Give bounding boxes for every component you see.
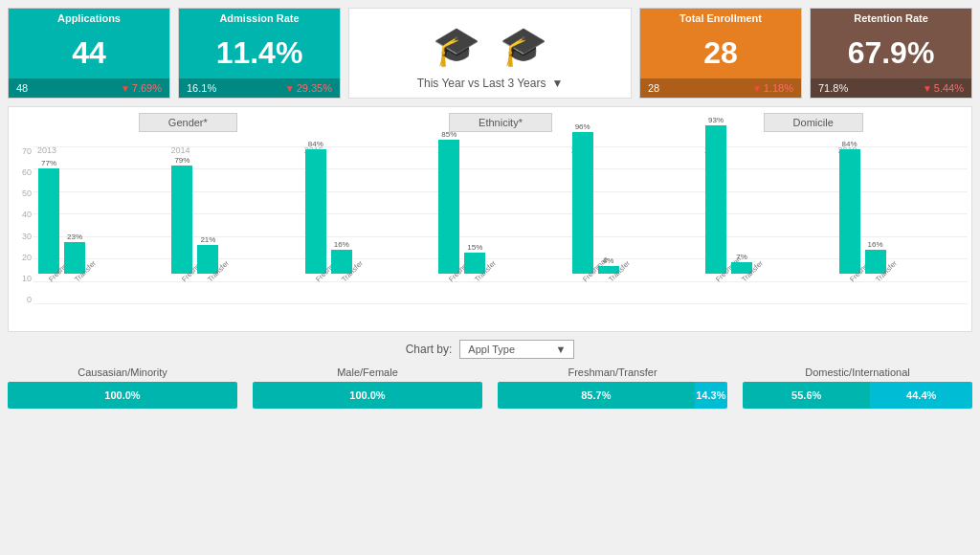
bar-wrapper: 84%Freshman xyxy=(304,140,327,304)
bar-wrapper: 21%Transfer xyxy=(196,235,219,304)
retention-value: 67.9% xyxy=(811,28,971,78)
total-enrollment-card: Total Enrollment 28 28 ▼ 1.18% xyxy=(639,8,802,99)
bottom-card: Freshman/Transfer85.7%14.3% xyxy=(498,366,727,409)
bottom-bars-row: Causasian/Minority100.0%Male/Female100.0… xyxy=(8,366,972,409)
retention-label: Retention Rate xyxy=(811,9,971,28)
applications-value: 44 xyxy=(9,28,169,78)
year-group-2013: 201377%Freshman23%Transfer xyxy=(33,145,167,327)
bottom-bar-segment: 100.0% xyxy=(253,382,482,409)
domicile-section-header: Domicile xyxy=(764,113,863,132)
retention-card: Retention Rate 67.9% 71.8% ▼ 5.44% xyxy=(810,8,972,99)
year-group-2018: 201893%Freshman7%Transfer xyxy=(701,145,834,327)
bottom-card: Domestic/International55.6%44.4% xyxy=(743,366,972,409)
retention-prev: 71.8% xyxy=(818,82,848,94)
bar-wrapper: 16%Transfer xyxy=(330,240,353,304)
appl-type-dropdown[interactable]: Appl Type ▼ xyxy=(459,340,574,359)
bottom-card: Male/Female100.0% xyxy=(253,366,482,409)
year-group-2017: 201796%Freshman4%Transfer xyxy=(568,145,701,327)
bar-wrapper: 79%Freshman xyxy=(170,156,193,304)
bar xyxy=(572,132,593,274)
down-arrow-icon: ▼ xyxy=(121,83,130,94)
year-group-2016: 201685%Freshman15%Transfer xyxy=(434,145,567,327)
bar-wrapper: 7%Transfer xyxy=(730,253,753,304)
total-enrollment-footer: 28 ▼ 1.18% xyxy=(640,78,801,98)
bar-wrapper: 15%Transfer xyxy=(463,243,486,304)
bottom-card: Causasian/Minority100.0% xyxy=(8,366,237,409)
applications-card: Applications 44 48 ▼ 7.69% xyxy=(8,8,170,99)
chart-by-label: Chart by: xyxy=(406,343,453,356)
total-enrollment-label: Total Enrollment xyxy=(640,9,801,28)
year-group-2019: 201984%Freshman16%Transfer xyxy=(835,145,968,327)
bar-wrapper: 4%Transfer xyxy=(597,256,620,304)
retention-footer: 71.8% ▼ 5.44% xyxy=(811,78,971,98)
admission-label: Admission Rate xyxy=(179,9,340,28)
year-selector-label: This Year vs Last 3 Years xyxy=(417,77,546,90)
total-enrollment-prev: 28 xyxy=(648,82,659,94)
year-group-2015: 201584%Freshman16%Transfer xyxy=(301,145,434,327)
grad-female-icon: 🎓 xyxy=(433,24,480,69)
bar-chart: 0 10 20 30 40 50 60 70 201377%F xyxy=(12,136,968,327)
bar xyxy=(705,125,726,274)
bar-wrapper: 16%Transfer xyxy=(864,240,887,304)
bar xyxy=(171,166,192,274)
admission-footer: 16.1% ▼ 29.35% xyxy=(179,78,340,98)
year-selector[interactable]: This Year vs Last 3 Years ▼ xyxy=(417,77,564,90)
bar-wrapper: 23%Transfer xyxy=(63,233,86,304)
bar xyxy=(839,149,860,274)
year-group-2014: 201479%Freshman21%Transfer xyxy=(167,145,300,327)
admission-prev: 16.1% xyxy=(187,82,216,94)
bottom-bar-segment: 44.4% xyxy=(870,382,972,409)
total-enrollment-value: 28 xyxy=(640,28,801,78)
bottom-bar-segment: 55.6% xyxy=(743,382,870,409)
bar xyxy=(305,149,326,274)
admission-change: ▼ 29.35% xyxy=(285,82,332,94)
center-graphic: 🎓 🎓 This Year vs Last 3 Years ▼ xyxy=(348,8,632,99)
chart-by-row: Chart by: Appl Type ▼ xyxy=(8,340,972,359)
total-enrollment-change: ▼ 1.18% xyxy=(752,82,793,94)
bottom-bar-segment: 100.0% xyxy=(8,382,237,409)
applications-prev: 48 xyxy=(16,82,28,94)
down-arrow-icon: ▼ xyxy=(285,83,295,94)
chevron-down-icon: ▼ xyxy=(555,344,566,355)
bar-wrapper: 77%Freshman xyxy=(37,159,60,304)
gender-section-header: Gender* xyxy=(139,113,237,132)
graduation-icons: 🎓 🎓 xyxy=(433,16,547,77)
down-arrow-icon: ▼ xyxy=(923,83,932,94)
ethnicity-section-header: Ethnicity* xyxy=(449,113,552,132)
bar-wrapper: 96%Freshman xyxy=(571,122,594,304)
applications-label: Applications xyxy=(9,9,169,28)
applications-footer: 48 ▼ 7.69% xyxy=(9,78,169,98)
admission-value: 11.4% xyxy=(179,28,340,78)
bar-wrapper: 93%Freshman xyxy=(704,116,727,304)
grad-male-icon: 🎓 xyxy=(500,24,547,69)
bar xyxy=(438,140,459,274)
admission-card: Admission Rate 11.4% 16.1% ▼ 29.35% xyxy=(178,8,341,99)
bottom-bar-segment: 14.3% xyxy=(695,382,727,409)
bar-wrapper: 84%Freshman xyxy=(838,140,861,304)
bar xyxy=(38,168,59,274)
retention-change: ▼ 5.44% xyxy=(923,82,964,94)
bar-wrapper: 85%Freshman xyxy=(437,130,460,304)
down-arrow-icon: ▼ xyxy=(752,83,762,94)
applications-change: ▼ 7.69% xyxy=(121,82,162,94)
bottom-bar-segment: 85.7% xyxy=(498,382,695,409)
chevron-down-icon[interactable]: ▼ xyxy=(551,77,563,90)
